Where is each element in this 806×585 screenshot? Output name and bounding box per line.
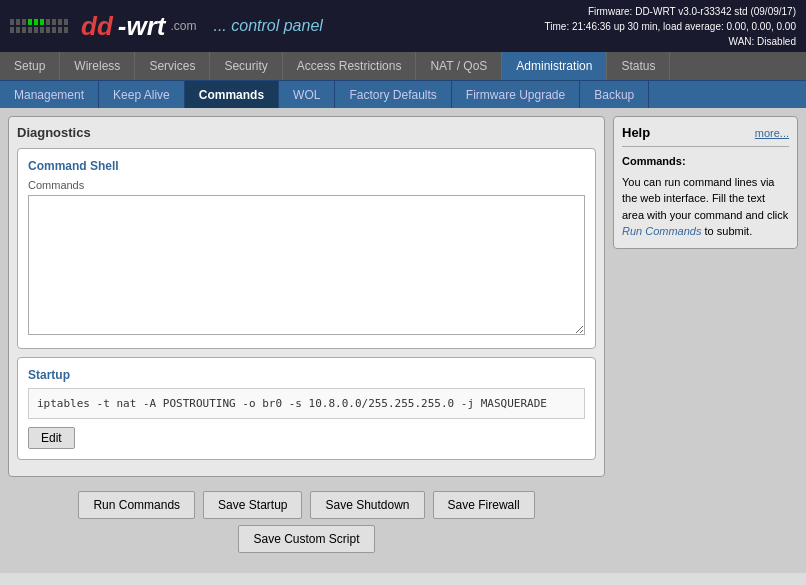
firmware-info: Firmware: DD-WRT v3.0-r33342 std (09/09/… — [545, 4, 796, 19]
time-info: Time: 21:46:36 up 30 min, load average: … — [545, 19, 796, 34]
header: dd -wrt .com ... control panel Firmware:… — [0, 0, 806, 52]
nav2-keep-alive[interactable]: Keep Alive — [99, 81, 185, 108]
diagnostics-box: Diagnostics Command Shell Commands Start… — [8, 116, 605, 477]
buttons-area: Run Commands Save Startup Save Shutdown … — [8, 485, 605, 565]
nav1-administration[interactable]: Administration — [502, 52, 607, 80]
nav1: Setup Wireless Services Security Access … — [0, 52, 806, 80]
startup-section: Startup iptables -t nat -A POSTROUTING -… — [17, 357, 596, 460]
diagnostics-title: Diagnostics — [17, 125, 596, 140]
logo: dd -wrt .com ... control panel — [10, 11, 323, 42]
main-content: Diagnostics Command Shell Commands Start… — [0, 108, 806, 573]
help-title: Help — [622, 125, 650, 140]
logo-dd: dd — [81, 11, 113, 42]
nav2-wol[interactable]: WOL — [279, 81, 335, 108]
nav1-security[interactable]: Security — [210, 52, 282, 80]
command-shell-title: Command Shell — [28, 159, 585, 173]
save-firewall-button[interactable]: Save Firewall — [433, 491, 535, 519]
help-run-commands-italic: Run Commands — [622, 225, 701, 237]
help-run-commands-suffix: to submit. — [701, 225, 752, 237]
nav1-setup[interactable]: Setup — [0, 52, 60, 80]
nav1-nat-qos[interactable]: NAT / QoS — [416, 52, 502, 80]
startup-title: Startup — [28, 368, 585, 382]
wan-info: WAN: Disabled — [545, 34, 796, 49]
startup-script: iptables -t nat -A POSTROUTING -o br0 -s… — [28, 388, 585, 419]
nav1-status[interactable]: Status — [607, 52, 670, 80]
nav1-wireless[interactable]: Wireless — [60, 52, 135, 80]
buttons-row1: Run Commands Save Startup Save Shutdown … — [8, 491, 605, 519]
logo-com: .com — [170, 19, 196, 33]
save-startup-button[interactable]: Save Startup — [203, 491, 302, 519]
logo-cp: ... control panel — [213, 17, 322, 35]
commands-label: Commands — [28, 179, 585, 191]
header-info: Firmware: DD-WRT v3.0-r33342 std (09/09/… — [545, 4, 796, 49]
command-shell-section: Command Shell Commands — [17, 148, 596, 349]
nav1-services[interactable]: Services — [135, 52, 210, 80]
nav1-access-restrictions[interactable]: Access Restrictions — [283, 52, 417, 80]
left-panel: Diagnostics Command Shell Commands Start… — [8, 116, 605, 565]
nav2-commands[interactable]: Commands — [185, 81, 279, 108]
commands-textarea[interactable] — [28, 195, 585, 335]
help-more-link[interactable]: more... — [755, 127, 789, 139]
buttons-row2: Save Custom Script — [8, 525, 605, 553]
right-panel: Help more... Commands: You can run comma… — [613, 116, 798, 565]
save-shutdown-button[interactable]: Save Shutdown — [310, 491, 424, 519]
nav2-firmware-upgrade[interactable]: Firmware Upgrade — [452, 81, 580, 108]
save-custom-script-button[interactable]: Save Custom Script — [238, 525, 374, 553]
nav2-management[interactable]: Management — [0, 81, 99, 108]
header-dots — [10, 19, 68, 33]
help-commands-heading: Commands: — [622, 153, 789, 170]
help-box: Help more... Commands: You can run comma… — [613, 116, 798, 249]
nav2-backup[interactable]: Backup — [580, 81, 649, 108]
run-commands-button[interactable]: Run Commands — [78, 491, 195, 519]
nav2-factory-defaults[interactable]: Factory Defaults — [335, 81, 451, 108]
nav2: Management Keep Alive Commands WOL Facto… — [0, 80, 806, 108]
edit-button[interactable]: Edit — [28, 427, 75, 449]
help-header: Help more... — [622, 125, 789, 140]
help-commands-text: You can run command lines via the web in… — [622, 176, 788, 221]
help-content: Commands: You can run command lines via … — [622, 146, 789, 240]
logo-wrt: -wrt — [118, 11, 166, 42]
